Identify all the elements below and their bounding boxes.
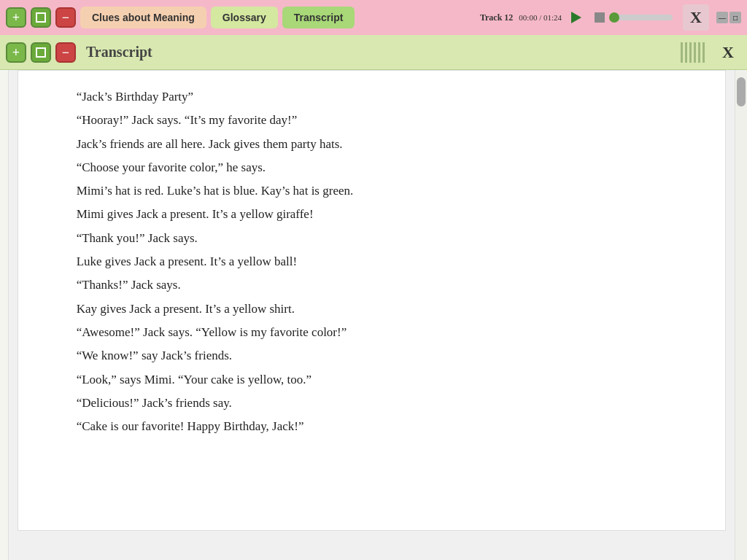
second-bar: + − Transcript X: [0, 35, 747, 70]
text-line: Kay gives Jack a present. It’s a yellow …: [77, 298, 681, 321]
text-line: “Thanks!” Jack says.: [77, 273, 681, 297]
transcript-button[interactable]: Transcript: [282, 7, 355, 28]
expand-button-2[interactable]: [31, 42, 51, 63]
text-line: “Look,” says Mimi. “Your cake is yellow,…: [77, 368, 681, 392]
expand-icon-2: [36, 47, 46, 58]
hash-decoration: [681, 42, 705, 63]
clues-button[interactable]: Clues about Meaning: [80, 7, 206, 28]
close-button-second[interactable]: X: [715, 39, 741, 66]
play-button[interactable]: [568, 9, 585, 26]
time-label: 00:00 / 01:24: [519, 13, 562, 22]
minus-button-2[interactable]: −: [55, 42, 76, 63]
text-line: “Hooray!” Jack says. “It’s my favorite d…: [77, 109, 681, 132]
progress-bar[interactable]: [614, 15, 673, 20]
add-button-2[interactable]: +: [6, 42, 26, 63]
scroll-thumb[interactable]: [737, 77, 746, 106]
scrollbar[interactable]: [735, 70, 747, 560]
track-info: Track 12 00:00 / 01:24: [480, 9, 673, 26]
text-line: “Jack’s Birthday Party”: [77, 85, 681, 109]
text-line: “We know!” say Jack’s friends.: [77, 344, 681, 368]
stop-icon: [595, 12, 605, 23]
restore-button[interactable]: □: [729, 12, 741, 23]
play-icon: [571, 12, 581, 23]
expand-icon: [36, 12, 46, 23]
text-line: Mimi’s hat is red. Luke’s hat is blue. K…: [77, 179, 681, 203]
window-controls: — □: [716, 12, 741, 23]
text-line: “Choose your favorite color,” he says.: [77, 156, 681, 179]
close-button-top[interactable]: X: [683, 4, 709, 31]
text-line: “Cake is our favorite! Happy Birthday, J…: [77, 415, 681, 438]
minus-button[interactable]: −: [55, 7, 76, 28]
main-text-area[interactable]: “Jack’s Birthday Party”“Hooray!” Jack sa…: [18, 70, 726, 531]
add-button[interactable]: +: [6, 7, 26, 28]
scroll-left-gutter: [0, 70, 9, 560]
text-line: “Awesome!” Jack says. “Yellow is my favo…: [77, 321, 681, 344]
svg-rect-0: [36, 13, 45, 22]
text-line: Jack’s friends are all here. Jack gives …: [77, 133, 681, 156]
text-line: “Thank you!” Jack says.: [77, 227, 681, 250]
text-line: Mimi gives Jack a present. It’s a yellow…: [77, 203, 681, 226]
minimize-button[interactable]: —: [716, 12, 728, 23]
progress-knob[interactable]: [609, 12, 619, 23]
expand-button[interactable]: [31, 7, 51, 28]
top-bar: + − Clues about Meaning Glossary Transcr…: [0, 0, 747, 35]
text-line: Luke gives Jack a present. It’s a yellow…: [77, 250, 681, 273]
content-wrapper: “Jack’s Birthday Party”“Hooray!” Jack sa…: [0, 70, 747, 560]
track-label: Track 12: [480, 12, 513, 23]
text-line: “Delicious!” Jack’s friends say.: [77, 392, 681, 415]
transcript-title: Transcript: [86, 44, 676, 61]
svg-rect-1: [36, 48, 45, 57]
stop-button[interactable]: [591, 9, 608, 26]
glossary-button[interactable]: Glossary: [211, 7, 278, 28]
